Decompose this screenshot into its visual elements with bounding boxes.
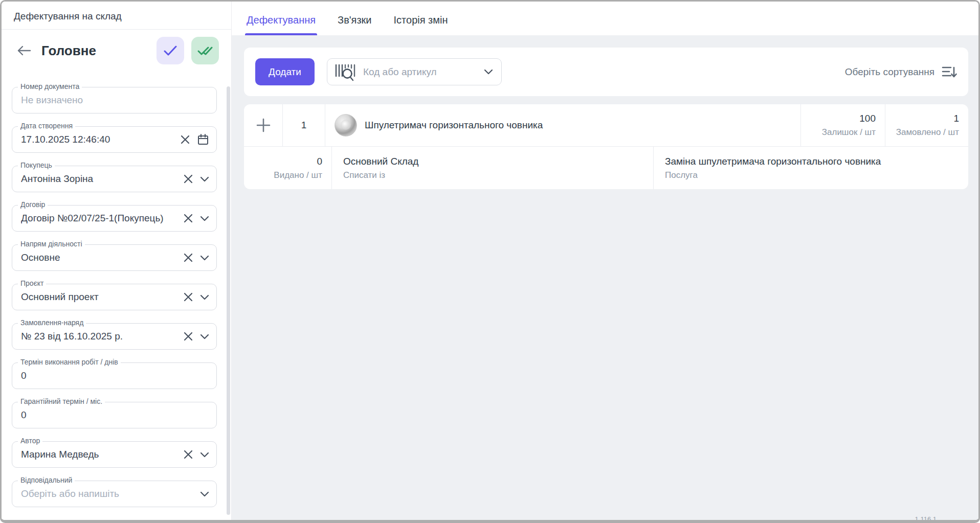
field-label: Замовлення-наряд bbox=[18, 319, 86, 327]
double-check-icon bbox=[197, 46, 213, 56]
search-placeholder: Код або артикул bbox=[363, 66, 484, 78]
field-value: 0 bbox=[21, 370, 209, 381]
field-value: Антоніна Зоріна bbox=[21, 173, 179, 185]
issued-cell: 0 Видано / шт bbox=[244, 147, 332, 189]
expand-row-button[interactable] bbox=[244, 104, 283, 146]
field-label: Термін виконання робіт / днів bbox=[18, 358, 121, 366]
field-work-order[interactable]: Замовлення-наряд № 23 від 16.10.2025 р. bbox=[12, 323, 217, 350]
product-cell[interactable]: Шпулетримач горизонтального човника bbox=[325, 104, 801, 146]
confirm-button[interactable] bbox=[157, 37, 184, 64]
add-button[interactable]: Додати bbox=[255, 58, 315, 85]
section-title: Головне bbox=[41, 43, 157, 59]
service-caption: Послуга bbox=[665, 170, 698, 180]
barcode-search-icon bbox=[335, 62, 357, 82]
field-label: Автор bbox=[18, 437, 42, 445]
field-value: 0 bbox=[21, 410, 209, 421]
clear-x-icon[interactable] bbox=[180, 134, 190, 145]
sort-selector[interactable]: Оберіть сортування bbox=[845, 65, 957, 79]
field-label: Гарантійний термін / міс. bbox=[18, 397, 105, 405]
field-value: Основне bbox=[21, 252, 179, 263]
stock-cell: 100 Залишок / шт bbox=[801, 104, 885, 146]
check-icon bbox=[164, 46, 177, 56]
tab-content: Додати Код або артикул bbox=[232, 35, 978, 189]
chevron-down-icon[interactable] bbox=[484, 69, 493, 75]
ordered-value: 1 bbox=[953, 113, 959, 124]
search-input[interactable]: Код або артикул bbox=[327, 58, 502, 85]
issued-value: 0 bbox=[317, 156, 322, 167]
clear-x-icon[interactable] bbox=[183, 331, 193, 342]
field-label: Договір bbox=[18, 200, 48, 209]
ordered-cell: 1 Замовлено / шт bbox=[885, 104, 968, 146]
product-image bbox=[335, 114, 357, 137]
calendar-icon[interactable] bbox=[197, 133, 209, 146]
field-label: Покупець bbox=[18, 161, 55, 169]
document-form: Номер документа Не визначено Дата створе… bbox=[2, 64, 231, 523]
items-table: 1 Шпулетримач горизонтального човника 10… bbox=[244, 104, 968, 189]
field-value: 17.10.2025 12:46:40 bbox=[21, 134, 176, 145]
service-name: Заміна шпулетримача горизонтального човн… bbox=[665, 156, 881, 167]
app-version: 1.116.1 bbox=[915, 515, 937, 523]
app-window: Дефектування на склад Головне bbox=[0, 0, 980, 523]
back-arrow-icon bbox=[17, 45, 31, 56]
field-project[interactable]: Проєкт Основний проект bbox=[12, 284, 217, 310]
table-row[interactable]: 1 Шпулетримач горизонтального човника 10… bbox=[244, 104, 968, 147]
field-placeholder: Оберіть або напишіть bbox=[21, 488, 196, 499]
tab-defecting[interactable]: Дефектування bbox=[245, 14, 317, 35]
chevron-down-icon[interactable] bbox=[200, 491, 209, 497]
tab-bar: Дефектування Зв'язки Історія змін bbox=[232, 2, 978, 35]
issued-label: Видано / шт bbox=[274, 170, 322, 180]
clear-x-icon[interactable] bbox=[183, 449, 193, 460]
clear-x-icon[interactable] bbox=[183, 213, 193, 223]
sidebar: Дефектування на склад Головне bbox=[2, 2, 232, 520]
table-row-details[interactable]: 0 Видано / шт Основний Склад Списати із … bbox=[244, 147, 968, 189]
stock-value: 100 bbox=[859, 113, 876, 124]
field-responsible[interactable]: Відповідальний Оберіть або напишіть bbox=[12, 481, 217, 507]
warehouse-caption: Списати із bbox=[343, 170, 385, 180]
field-warranty-months[interactable]: Гарантійний термін / міс. 0 bbox=[12, 402, 217, 428]
document-title: Дефектування на склад bbox=[2, 2, 231, 30]
field-creation-date[interactable]: Дата створення 17.10.2025 12:46:40 bbox=[12, 126, 217, 153]
field-value: № 23 від 16.10.2025 р. bbox=[21, 331, 179, 342]
field-label: Номер документа bbox=[18, 82, 82, 90]
field-contract[interactable]: Договір Договір №02/07/25-1(Покупець) bbox=[12, 205, 217, 232]
tab-change-history[interactable]: Історія змін bbox=[392, 14, 450, 35]
chevron-down-icon[interactable] bbox=[200, 216, 209, 221]
service-cell[interactable]: Заміна шпулетримача горизонтального човн… bbox=[654, 147, 968, 189]
field-label: Дата створення bbox=[18, 122, 75, 130]
writeoff-warehouse-cell[interactable]: Основний Склад Списати із bbox=[332, 147, 654, 189]
warehouse-name: Основний Склад bbox=[343, 156, 418, 167]
field-buyer[interactable]: Покупець Антоніна Зоріна bbox=[12, 166, 217, 192]
field-value: Договір №02/07/25-1(Покупець) bbox=[21, 213, 179, 224]
clear-x-icon[interactable] bbox=[183, 174, 193, 184]
field-placeholder: Не визначено bbox=[21, 95, 209, 106]
field-value: Основний проект bbox=[21, 291, 179, 303]
field-work-term-days[interactable]: Термін виконання робіт / днів 0 bbox=[12, 362, 217, 389]
chevron-down-icon[interactable] bbox=[200, 255, 209, 261]
clear-x-icon[interactable] bbox=[183, 253, 193, 263]
chevron-down-icon[interactable] bbox=[200, 334, 209, 339]
ordered-label: Замовлено / шт bbox=[896, 127, 959, 138]
plus-icon bbox=[256, 118, 271, 133]
stock-label: Залишок / шт bbox=[822, 127, 876, 138]
confirm-all-button[interactable] bbox=[191, 37, 219, 64]
toolbar: Додати Код або артикул bbox=[244, 48, 968, 96]
sidebar-scrollbar[interactable] bbox=[227, 86, 230, 515]
field-label: Проєкт bbox=[18, 279, 46, 287]
tab-relations[interactable]: Зв'язки bbox=[336, 14, 373, 35]
chevron-down-icon[interactable] bbox=[200, 176, 209, 182]
back-button[interactable] bbox=[14, 40, 34, 61]
clear-x-icon[interactable] bbox=[183, 292, 193, 302]
product-name: Шпулетримач горизонтального човника bbox=[365, 120, 543, 131]
chevron-down-icon[interactable] bbox=[200, 452, 209, 458]
field-activity-direction[interactable]: Напрям діяльності Основне bbox=[12, 244, 217, 271]
field-label: Відповідальний bbox=[18, 476, 75, 484]
field-document-number[interactable]: Номер документа Не визначено bbox=[12, 87, 217, 113]
main-panel: Дефектування Зв'язки Історія змін Додати bbox=[232, 2, 978, 520]
sort-label: Оберіть сортування bbox=[845, 66, 934, 78]
chevron-down-icon[interactable] bbox=[200, 294, 209, 300]
field-value: Марина Медведь bbox=[21, 449, 179, 460]
field-author[interactable]: Автор Марина Медведь bbox=[12, 441, 217, 468]
field-label: Напрям діяльності bbox=[18, 240, 85, 248]
sidebar-header: Головне bbox=[2, 30, 231, 64]
sort-icon bbox=[942, 65, 957, 79]
